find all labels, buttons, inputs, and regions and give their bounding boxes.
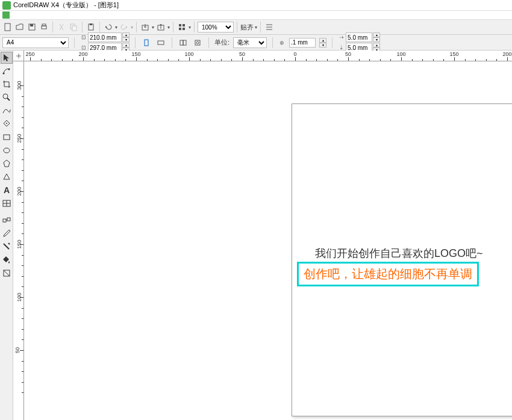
svg-rect-12 [183, 24, 185, 26]
print-button[interactable] [39, 22, 49, 32]
zoom-dropdown[interactable]: 100% [198, 22, 234, 32]
nudge-input[interactable] [289, 38, 316, 48]
svg-rect-17 [180, 40, 183, 45]
open-button[interactable] [14, 22, 25, 32]
nudge-icon: ⊕ [278, 39, 286, 46]
shape-tool[interactable] [1, 65, 13, 77]
svg-rect-14 [183, 28, 185, 30]
interactive-fill-tool[interactable] [1, 267, 13, 279]
canvas-wrapper: 25020015010050050100150200 3002502001501… [13, 51, 512, 420]
portrait-button[interactable] [141, 37, 152, 48]
export-button[interactable] [155, 22, 166, 32]
zoom-tool[interactable] [1, 91, 13, 103]
fill-tool[interactable] [1, 254, 13, 266]
freehand-tool[interactable] [1, 105, 13, 117]
svg-line-24 [7, 98, 10, 100]
toolbox: A [0, 51, 13, 420]
ellipse-tool[interactable] [1, 144, 13, 156]
svg-text:A: A [4, 185, 10, 195]
spinner-up[interactable]: ▴ [373, 43, 380, 48]
units-dropdown[interactable]: 毫米 [233, 37, 267, 48]
svg-point-27 [4, 148, 10, 153]
table-tool[interactable] [1, 197, 13, 209]
horizontal-ruler[interactable]: 25020015010050050100150200 [24, 51, 512, 61]
spinner-down[interactable]: ▾ [319, 43, 326, 48]
svg-point-23 [3, 94, 8, 99]
svg-point-20 [196, 42, 199, 44]
svg-rect-13 [179, 28, 181, 30]
titlebar-text: CorelDRAW X4（专业版） - [图形1] [13, 1, 119, 10]
spinner-up[interactable]: ▴ [319, 38, 326, 43]
redo-button[interactable] [119, 22, 130, 32]
ruler-corner[interactable] [13, 51, 24, 61]
titlebar: CorelDRAW X4（专业版） - [图形1] [0, 0, 512, 11]
app-launcher-button[interactable] [176, 22, 187, 32]
spinner-down[interactable]: ▾ [373, 37, 380, 42]
paper-size-dropdown[interactable]: A4 [2, 37, 69, 48]
dup-x-icon: ⇢ [338, 34, 345, 41]
doc-icon[interactable] [2, 11, 10, 19]
svg-rect-16 [158, 41, 164, 45]
paste-button[interactable] [86, 22, 96, 32]
units-label: 单位: [214, 38, 229, 47]
options-button[interactable] [264, 22, 275, 32]
blend-tool[interactable] [1, 214, 13, 226]
page-dimensions: ⊡ ▴▾ ⊡ ▴▾ [80, 32, 130, 52]
vertical-ruler[interactable]: 30025020015010050 [13, 61, 24, 420]
crop-tool[interactable] [1, 78, 13, 90]
menubar [0, 11, 512, 19]
standard-toolbar: ▾ ▾ ▾ ▾ ▾ 100% 贴齐 ▾ [0, 19, 512, 35]
svg-point-21 [3, 73, 5, 75]
landscape-button[interactable] [155, 37, 166, 48]
canvas-text-2[interactable]: 创作吧，让雄起的细胞不再单调 [297, 262, 479, 286]
svg-rect-32 [3, 219, 6, 222]
svg-rect-33 [7, 218, 10, 221]
canvas-text-1[interactable]: 我们开始创作自己喜欢的LOGO吧~ [315, 246, 483, 261]
snap-label: 贴齐 [240, 23, 254, 32]
duplicate-offset: ⇢ ▴▾ ⇣ ▴▾ [338, 32, 380, 52]
svg-rect-6 [72, 26, 76, 31]
svg-rect-2 [30, 24, 33, 26]
page-settings-button[interactable] [192, 37, 203, 48]
svg-rect-8 [90, 23, 92, 25]
page-width-input[interactable] [88, 32, 122, 42]
svg-point-25 [6, 123, 7, 124]
spinner-down[interactable]: ▾ [122, 37, 130, 42]
svg-rect-26 [4, 135, 10, 140]
outline-tool[interactable] [1, 241, 13, 253]
text-tool[interactable]: A [1, 184, 13, 196]
page-sizes-button[interactable] [178, 37, 189, 48]
polygon-tool[interactable] [1, 158, 13, 170]
rectangle-tool[interactable] [1, 131, 13, 143]
copy-button[interactable] [68, 22, 79, 32]
svg-rect-0 [5, 23, 10, 31]
svg-point-22 [8, 69, 10, 70]
svg-line-36 [4, 270, 10, 276]
spinner-up[interactable]: ▴ [122, 32, 130, 37]
main-area: A 25020015010050050100150200 30025020015… [0, 51, 512, 420]
spinner-up[interactable]: ▴ [373, 32, 380, 37]
smart-fill-tool[interactable] [1, 118, 13, 130]
undo-button[interactable] [103, 22, 114, 32]
save-button[interactable] [27, 22, 37, 32]
import-button[interactable] [140, 22, 151, 32]
app-icon [2, 1, 11, 10]
width-icon: ⊡ [80, 34, 87, 41]
eyedropper-tool[interactable] [1, 227, 13, 239]
dup-x-input[interactable] [346, 32, 372, 42]
property-bar: A4 ⊡ ▴▾ ⊡ ▴▾ 单位: 毫米 ⊕ ▴▾ ⇢ ▴▾ ⇣ ▴▾ [0, 35, 512, 51]
basic-shapes-tool[interactable] [1, 171, 13, 183]
svg-rect-4 [42, 24, 46, 26]
spinner-up[interactable]: ▴ [122, 43, 130, 48]
svg-rect-15 [145, 40, 148, 46]
svg-rect-11 [179, 24, 181, 26]
page: 我们开始创作自己喜欢的LOGO吧~ 创作吧，让雄起的细胞不再单调 [292, 103, 512, 416]
new-button[interactable] [2, 22, 13, 32]
svg-rect-19 [195, 40, 200, 45]
cut-button[interactable] [56, 22, 67, 32]
canvas[interactable]: 我们开始创作自己喜欢的LOGO吧~ 创作吧，让雄起的细胞不再单调 [24, 61, 512, 420]
pick-tool[interactable] [1, 52, 13, 64]
svg-rect-3 [42, 26, 46, 29]
svg-rect-18 [183, 40, 186, 45]
